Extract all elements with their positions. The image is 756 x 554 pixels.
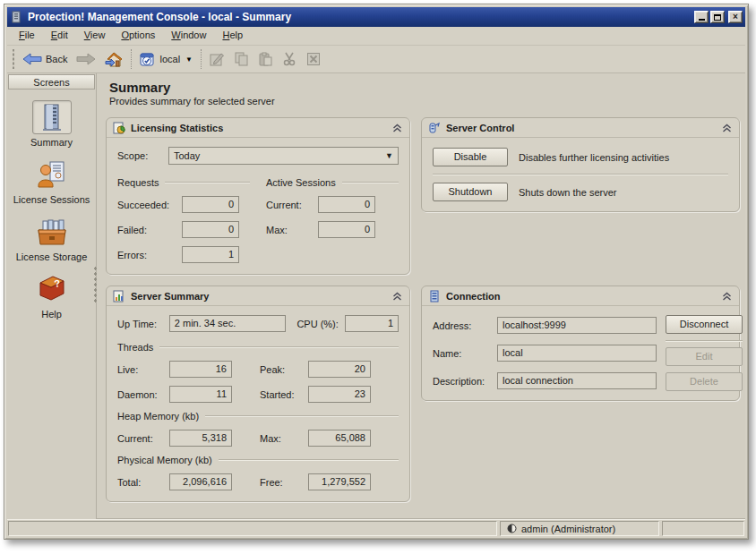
forward-arrow-icon: [76, 53, 96, 65]
collapse-chevron-icon[interactable]: [722, 124, 732, 132]
free-label: Free:: [260, 477, 308, 488]
collapse-chevron-icon[interactable]: [722, 292, 732, 301]
name-field[interactable]: local: [497, 345, 657, 362]
daemon-label: Daemon:: [117, 389, 169, 400]
back-button[interactable]: Back: [18, 49, 72, 69]
panel-title: Server Control: [446, 123, 514, 133]
status-bar: admin (Administrator): [7, 519, 745, 536]
edit-tool-button[interactable]: [205, 48, 229, 70]
sidebar-item-help[interactable]: ? Help: [9, 272, 95, 320]
total-label: Total:: [117, 477, 169, 488]
delete-button[interactable]: Delete: [666, 372, 743, 391]
live-label: Live:: [117, 364, 169, 375]
shutdown-button[interactable]: Shutdown: [433, 183, 508, 201]
collapse-chevron-icon[interactable]: [392, 292, 402, 301]
active-sessions-group-label: Active Sessions: [266, 177, 336, 188]
succeeded-label: Succeeded:: [117, 200, 182, 210]
edit-pencil-icon: [210, 52, 225, 66]
threads-group-label: Threads: [117, 342, 153, 353]
delete-tool-button[interactable]: [302, 48, 326, 70]
live-value-field: 16: [169, 361, 232, 378]
description-field[interactable]: local connection: [497, 372, 657, 389]
menu-window[interactable]: Window: [163, 27, 214, 45]
server-selector-dropdown[interactable]: local ▼: [135, 48, 197, 71]
shutdown-description: Shuts down the server: [519, 187, 616, 198]
close-button[interactable]: ×: [728, 11, 743, 23]
menu-edit[interactable]: Edit: [43, 27, 76, 45]
daemon-value-field: 11: [169, 386, 232, 403]
peak-label: Peak:: [260, 364, 308, 375]
minimize-button[interactable]: [694, 11, 709, 23]
copy-icon: [234, 52, 249, 66]
licensing-statistics-icon: [113, 122, 125, 134]
menu-view[interactable]: View: [76, 27, 114, 45]
menu-bar: File Edit View Options Window Help: [7, 27, 745, 46]
free-value-field: 1,279,552: [308, 473, 371, 490]
group-separator: [342, 182, 399, 183]
cpu-value-field: 1: [345, 315, 399, 332]
screens-header[interactable]: Screens: [8, 74, 95, 89]
server-selector-label: local: [159, 54, 180, 64]
total-value-field: 2,096,616: [169, 473, 232, 490]
cut-scissors-icon: [282, 52, 297, 66]
status-extra-cell: [662, 521, 744, 536]
errors-label: Errors:: [117, 250, 182, 260]
sidebar-item-license-storage[interactable]: License Storage: [9, 215, 95, 262]
group-separator: [165, 182, 250, 183]
disconnect-button[interactable]: Disconnect: [666, 315, 743, 334]
scope-dropdown[interactable]: Today ▼: [168, 147, 399, 165]
delete-icon: [306, 52, 322, 66]
sidebar-item-summary[interactable]: Summary: [9, 100, 95, 148]
collapse-chevron-icon[interactable]: [392, 124, 402, 132]
uptime-value-field: 2 min. 34 sec.: [169, 315, 287, 332]
started-label: Started:: [260, 389, 308, 400]
panel-title: Licensing Statistics: [131, 123, 223, 133]
errors-value-field: 1: [182, 246, 239, 263]
disable-button[interactable]: Disable: [433, 148, 508, 166]
home-icon: [105, 52, 123, 67]
app-icon: [10, 11, 23, 24]
cpu-label: CPU (%):: [296, 319, 345, 329]
physical-memory-group-label: Physical Memory (kb): [117, 455, 212, 465]
current-label: Current:: [266, 200, 318, 210]
back-arrow-icon: [22, 53, 42, 65]
sidebar-item-label: Summary: [30, 137, 73, 148]
home-button[interactable]: [100, 48, 127, 71]
group-separator: [219, 459, 399, 461]
maximize-button[interactable]: [710, 11, 725, 23]
started-value-field: 23: [308, 386, 371, 403]
screens-sidebar: Screens Summary License Sessions License…: [7, 73, 97, 519]
menu-file[interactable]: File: [11, 27, 43, 45]
sidebar-item-license-sessions[interactable]: License Sessions: [9, 158, 95, 205]
menu-options[interactable]: Options: [113, 27, 163, 45]
cut-tool-button[interactable]: [278, 48, 302, 70]
connection-panel: Connection Address: localhost:9999 Name:…: [421, 286, 740, 401]
description-label: Description:: [433, 376, 492, 387]
licensing-statistics-panel: Licensing Statistics Scope: Today ▼: [106, 117, 410, 275]
heap-current-label: Current:: [117, 433, 169, 444]
group-separator: [205, 415, 399, 417]
connection-icon: [428, 290, 441, 303]
paste-tool-button[interactable]: [253, 48, 278, 70]
edit-button[interactable]: Edit: [666, 347, 743, 366]
server-connection-icon: [140, 52, 156, 67]
group-separator: [159, 346, 399, 348]
control-separator: [433, 174, 728, 175]
copy-tool-button[interactable]: [229, 48, 253, 70]
sidebar-splitter-handle[interactable]: [94, 266, 97, 303]
main-content: Summary Provides summary for selected se…: [97, 73, 745, 519]
heap-max-value-field: 65,088: [308, 430, 371, 447]
failed-label: Failed:: [117, 225, 182, 235]
max-label: Max:: [266, 225, 318, 235]
status-message-cell: [8, 521, 497, 536]
address-field[interactable]: localhost:9999: [497, 317, 657, 334]
panel-title: Server Summary: [131, 291, 209, 302]
close-icon: ×: [733, 12, 738, 22]
chevron-down-icon: ▼: [185, 55, 193, 64]
status-user-label: admin (Administrator): [521, 524, 615, 534]
minimize-icon: [699, 19, 705, 21]
uptime-label: Up Time:: [117, 319, 169, 329]
menu-help[interactable]: Help: [214, 27, 251, 45]
sidebar-item-label: License Sessions: [13, 194, 90, 205]
forward-button[interactable]: [72, 49, 100, 69]
